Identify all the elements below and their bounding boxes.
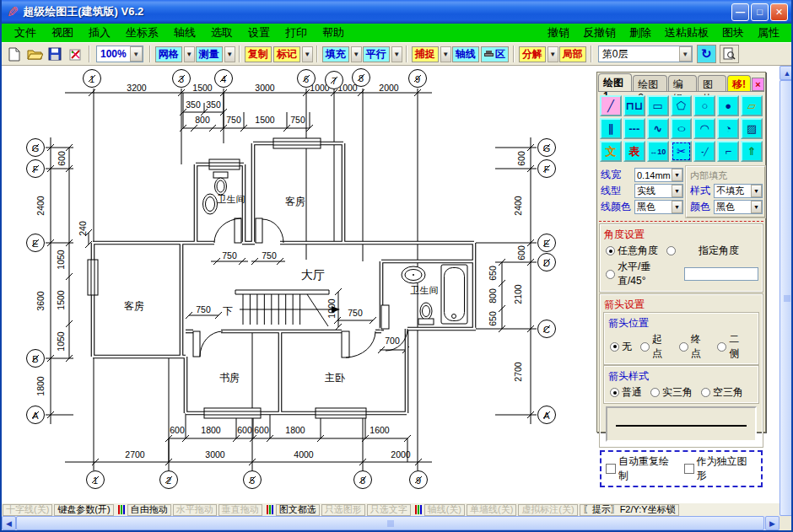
line-tool[interactable]: ╱ — [600, 95, 622, 116]
table-tool[interactable]: 表 — [623, 141, 645, 162]
toolbar-button-网格[interactable]: 网格 — [155, 46, 182, 62]
fillet-tool[interactable]: ⌐ — [717, 141, 739, 162]
menu-item-撤销[interactable]: 撤销 — [541, 24, 576, 42]
status-toggle-自由拖动[interactable]: 自由拖动 — [127, 504, 171, 516]
chevron-down-icon[interactable]: ▼ — [672, 185, 682, 197]
trim-tool[interactable]: ✂ — [671, 141, 693, 162]
scroll-left-icon[interactable]: ◀ — [2, 516, 16, 530]
status-toggle-水平拖动[interactable]: 水平拖动 — [173, 504, 217, 516]
toolbar-button-平行[interactable]: 平行 — [363, 46, 390, 62]
chevron-down-icon[interactable]: ▼ — [184, 46, 195, 62]
radio-指定角度[interactable] — [666, 246, 676, 255]
menu-item-轴线[interactable]: 轴线 — [166, 24, 203, 42]
radio-实三角[interactable] — [650, 388, 660, 397]
chevron-down-icon[interactable]: ▼ — [351, 46, 362, 62]
print-preview-icon[interactable] — [720, 45, 739, 63]
chevron-down-icon[interactable]: ▼ — [751, 201, 762, 213]
step-line-tool[interactable]: ⊓⊔ — [623, 95, 645, 116]
menu-item-文件[interactable]: 文件 — [7, 24, 44, 42]
setting-combo-颜色[interactable]: 黑色▼ — [714, 200, 763, 214]
checkbox-作为独立图形[interactable] — [684, 464, 694, 474]
sector-tool[interactable]: ◔ — [717, 118, 739, 139]
dimension-tool[interactable]: ↔10 — [647, 141, 669, 162]
chevron-down-icon[interactable]: ▼ — [751, 185, 762, 197]
menu-item-图块[interactable]: 图块 — [715, 24, 751, 42]
status-toggle-十字线(关)[interactable]: 十字线(关) — [3, 504, 52, 516]
setting-combo-线颜色[interactable]: 黑色▼ — [634, 200, 683, 214]
new-file-icon[interactable] — [5, 45, 24, 63]
drawing-canvas[interactable]: 3200150030001000100020003503508007501500… — [2, 66, 780, 503]
rectangle-tool[interactable]: ▭ — [647, 95, 669, 116]
menu-item-打印[interactable]: 打印 — [278, 24, 315, 42]
menu-item-删除[interactable]: 删除 — [623, 24, 658, 42]
ellipse-tool[interactable]: ○ — [671, 118, 693, 139]
vertical-scrollbar[interactable]: ▲ ▼ — [780, 66, 793, 530]
arc-tool[interactable]: ◠ — [693, 118, 715, 139]
chevron-down-icon[interactable]: ▼ — [130, 46, 143, 62]
close-button[interactable]: ✕ — [770, 3, 788, 21]
maximize-button[interactable]: □ — [751, 3, 769, 21]
menu-item-反撤销[interactable]: 反撤销 — [576, 24, 623, 42]
horizontal-scrollbar[interactable]: ◀ ▶ — [2, 516, 780, 530]
radio-终点[interactable] — [679, 342, 688, 352]
setting-combo-线型[interactable]: 实线▼ — [634, 184, 683, 198]
chevron-down-icon[interactable]: ▼ — [672, 201, 682, 213]
chevron-down-icon[interactable]: ▼ — [548, 46, 558, 62]
toolbar-button-复制[interactable]: 复制 — [245, 46, 272, 62]
status-toggle-单墙线(关)[interactable]: 单墙线(关) — [467, 504, 516, 516]
status-toggle-轴线(关)[interactable]: 轴线(关) — [424, 504, 465, 516]
fill-stamp-tool[interactable]: ▨ — [741, 118, 763, 139]
status-toggle-键盘参数(开)[interactable]: 键盘参数(开) — [54, 504, 113, 516]
pen-delete-icon[interactable] — [66, 45, 84, 63]
toolbar-button-局部[interactable]: 局部 — [559, 46, 586, 62]
specified-angle-input[interactable] — [684, 267, 758, 281]
radio-水平/垂直/45°[interactable] — [606, 270, 615, 279]
scroll-right-icon[interactable]: ▶ — [765, 516, 780, 530]
menu-item-帮助[interactable]: 帮助 — [315, 24, 352, 42]
radio-无[interactable] — [610, 342, 619, 352]
radio-起点[interactable] — [640, 342, 650, 352]
radio-任意角度[interactable] — [606, 246, 615, 255]
menu-item-插入[interactable]: 插入 — [81, 24, 118, 42]
toolbar-button-轴线[interactable]: 轴线 — [452, 46, 479, 62]
radio-空三角[interactable] — [701, 388, 710, 397]
wave-line-tool[interactable]: ∿ — [647, 118, 669, 139]
chevron-down-icon[interactable]: ▼ — [391, 46, 402, 62]
rotate-icon[interactable]: ↻ — [697, 45, 716, 63]
chevron-down-icon[interactable]: ▼ — [672, 169, 682, 181]
toolbar-button-捕捉[interactable]: 捕捉 — [412, 46, 439, 62]
panel-close-icon[interactable]: × — [752, 78, 764, 91]
chevron-down-icon[interactable]: ▼ — [440, 46, 451, 62]
text-tool[interactable]: 文 — [600, 141, 622, 162]
scroll-up-icon[interactable]: ▲ — [780, 66, 793, 80]
status-toggle-只选图形[interactable]: 只选图形 — [321, 504, 365, 516]
status-toggle-图文都选[interactable]: 图文都选 — [276, 504, 320, 516]
menu-item-属性[interactable]: 属性 — [751, 24, 786, 42]
setting-combo-样式[interactable]: 不填充▼ — [714, 184, 763, 198]
tab-编辑[interactable]: 编辑 — [668, 75, 697, 91]
toolbar-button-填充[interactable]: 填充 — [322, 46, 349, 62]
save-file-icon[interactable] — [46, 45, 64, 63]
vertical-scroll-thumb[interactable] — [780, 80, 793, 516]
zoom-combobox[interactable]: 100% ▼ — [96, 46, 143, 62]
menu-item-选取[interactable]: 选取 — [203, 24, 240, 42]
menu-item-视图[interactable]: 视图 — [44, 24, 81, 42]
checkbox-自动重复绘制[interactable] — [606, 464, 616, 474]
minimize-button[interactable]: — — [731, 3, 749, 21]
pentagon-tool[interactable]: ⬠ — [671, 95, 693, 116]
raise-tool[interactable]: ⇑ — [741, 141, 763, 162]
menu-item-送粘贴板[interactable]: 送粘贴板 — [658, 24, 715, 42]
circle-tool[interactable]: ○ — [693, 95, 715, 116]
toolbar-button-测量[interactable]: 测量 — [196, 46, 223, 62]
toolbar-button-标记[interactable]: 标记 — [273, 46, 300, 62]
menu-item-设置[interactable]: 设置 — [240, 24, 278, 42]
tab-图块[interactable]: 图块 — [698, 75, 726, 91]
toolbar-button-分解[interactable]: 分解 — [519, 46, 546, 62]
parallel-line-tool[interactable]: ∥ — [600, 118, 622, 139]
radio-二侧[interactable] — [717, 342, 726, 352]
radio-普通[interactable] — [610, 388, 619, 397]
point-tool[interactable]: ● — [717, 95, 739, 116]
menu-item-坐标系[interactable]: 坐标系 — [118, 24, 166, 42]
tab-绘图2[interactable]: 绘图2 — [633, 75, 666, 91]
tab-移![interactable]: 移! — [727, 75, 751, 91]
